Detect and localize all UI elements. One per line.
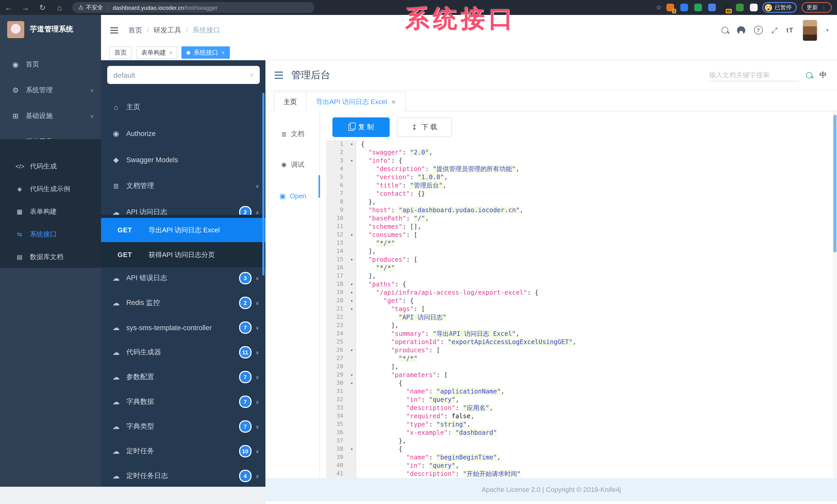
api-group-参数配置[interactable]: ☁参数配置7∨ — [101, 364, 265, 390]
language-icon[interactable]: 中 — [819, 71, 827, 80]
close-icon[interactable]: ✕ — [391, 92, 396, 112]
count-badge: 7 — [239, 420, 251, 433]
extension-icon[interactable] — [750, 4, 758, 11]
code-line: 7 "contact": {} — [326, 189, 833, 198]
api-group-Redis 监控[interactable]: ☁Redis 监控2∨ — [101, 290, 265, 316]
rail-item-文档[interactable]: ≣文档 — [265, 124, 320, 144]
rail-item-调试[interactable]: ✺调试 — [265, 154, 320, 175]
help-icon[interactable]: ? — [754, 26, 763, 35]
fullscreen-icon[interactable]: ⤢ — [771, 25, 778, 35]
api-group-sys-sms-template-controller[interactable]: ☁sys-sms-template-controller7∨ — [101, 315, 265, 340]
api-group-label: 代码生成器 — [126, 348, 161, 357]
doc-tab-主页[interactable]: 主页 — [274, 92, 307, 112]
security-label[interactable]: 不安全 — [86, 4, 103, 11]
code-line: 16 "*/*" — [326, 264, 833, 272]
address-bar[interactable]: ⚠ 不安全 | dashboard.yudao.iocoder.cn/tool/… — [72, 2, 315, 13]
sidebar-subitem-代码生成示例[interactable]: ◈代码生成示例 — [0, 178, 101, 200]
extension-icon[interactable]: 1 — [666, 4, 674, 11]
line-number: 16 — [326, 264, 348, 272]
api-item-Swagger Models[interactable]: ◆Swagger Models — [101, 147, 265, 172]
sidebar-subitem-数据库文档[interactable]: ▤数据库文档 — [0, 246, 101, 268]
api-group-定时任务[interactable]: ☁定时任务10∨ — [101, 438, 265, 464]
code-editor[interactable]: 1▾{2 "swagger": "2.0",3▾ "info": {4 "des… — [326, 140, 833, 478]
breadcrumb-home[interactable]: 首页 — [128, 25, 142, 35]
collapse-sidebar-icon[interactable] — [275, 75, 283, 76]
chevron-down-icon[interactable]: ▾ — [826, 27, 829, 33]
fold-icon[interactable]: ▾ — [348, 288, 356, 297]
sidebar-subitem-代码生成[interactable]: </>代码生成 — [0, 155, 101, 178]
user-avatar[interactable] — [802, 19, 817, 41]
doc-header: 管理后台 中 — [265, 60, 837, 91]
editor-scrollbar-thumb[interactable] — [833, 115, 836, 253]
api-group-label: 字典类型 — [126, 422, 154, 431]
fold-icon[interactable]: ▾ — [348, 379, 356, 387]
copy-label: 复 制 — [358, 123, 374, 132]
api-group-API 错误日志[interactable]: ☁API 错误日志3∨ — [101, 265, 265, 291]
tag-系统接口[interactable]: 系统接口× — [182, 46, 230, 59]
close-icon[interactable]: × — [169, 50, 173, 56]
font-size-icon[interactable]: tT — [786, 26, 794, 34]
operation-导出API 访问日志 Excel[interactable]: GET导出API 访问日志 Excel — [101, 218, 265, 242]
code-line: 28 ], — [326, 362, 833, 371]
fold-icon[interactable]: ▾ — [348, 371, 356, 379]
search-icon[interactable] — [721, 27, 728, 34]
tag-表单构建[interactable]: 表单构建× — [136, 46, 178, 59]
api-group-select[interactable]: default ∨ — [107, 66, 260, 84]
sidebar-subitem-系统接口[interactable]: ⇆系统接口 — [0, 223, 101, 246]
copy-button[interactable]: 复 制 — [333, 117, 390, 137]
extension-icon[interactable] — [694, 4, 702, 11]
hamburger-icon[interactable] — [110, 30, 118, 31]
operation-获得API 访问日志分页[interactable]: GET获得API 访问日志分页 — [101, 243, 265, 267]
back-icon[interactable]: ← — [0, 3, 17, 12]
fold-icon[interactable]: ▾ — [348, 445, 356, 453]
api-item-主页[interactable]: ⌂主页 — [101, 94, 265, 120]
fold-icon[interactable]: ▾ — [348, 346, 356, 354]
fold-icon[interactable]: ▾ — [348, 305, 356, 313]
doc-search-input[interactable] — [708, 69, 799, 81]
api-item-文档管理[interactable]: ≣文档管理∨ — [101, 173, 265, 199]
sidebar-item-首页[interactable]: ◉首页 — [0, 52, 101, 77]
menu-dots-icon[interactable]: ⋮ — [821, 4, 827, 11]
fold-icon[interactable]: ▾ — [348, 140, 356, 148]
close-icon[interactable]: × — [221, 50, 225, 56]
api-group-value: default — [113, 71, 135, 79]
extension-icon[interactable] — [708, 4, 716, 11]
api-group-字典数据[interactable]: ☁字典数据7∨ — [101, 389, 265, 415]
update-browser-button[interactable]: 更新 ⋮ — [801, 2, 832, 13]
api-group-字典类型[interactable]: ☁字典类型7∨ — [101, 414, 265, 440]
doc-search-icon[interactable] — [806, 72, 812, 78]
doc-tab-导出API 访问日志 Excel[interactable]: 导出API 访问日志 Excel✕ — [307, 92, 406, 112]
code-line: 27 "*/*" — [326, 354, 833, 362]
sidebar-item-系统管理[interactable]: ⚙系统管理∨ — [0, 77, 101, 103]
api-item-Authorize[interactable]: ◉Authorize — [101, 120, 265, 146]
fold-icon[interactable]: ▾ — [348, 256, 356, 264]
tag-首页[interactable]: 首页 — [109, 46, 132, 59]
breadcrumb-tools[interactable]: 研发工具 — [154, 25, 181, 35]
forward-icon[interactable]: → — [17, 3, 34, 12]
home-icon[interactable]: ⌂ — [51, 3, 68, 12]
editor-scrollbar[interactable] — [833, 111, 837, 478]
api-group-定时任务日志[interactable]: ☁定时任务日志4∨ — [101, 463, 265, 487]
fold-icon[interactable]: ▾ — [348, 280, 356, 288]
extension-icon[interactable]: 6h — [722, 4, 730, 11]
api-group-代码生成器[interactable]: ☁代码生成器11∨ — [101, 339, 265, 365]
extension-icon[interactable] — [680, 4, 688, 11]
download-button[interactable]: ↧ 下 载 — [397, 117, 452, 137]
reload-icon[interactable]: ↻ — [34, 3, 51, 12]
extension-icon[interactable] — [736, 4, 744, 11]
fold-icon[interactable]: ▾ — [348, 231, 356, 239]
fold-icon[interactable]: ▾ — [348, 156, 356, 165]
sidebar-scrollbar-thumb[interactable] — [262, 93, 264, 276]
translate-paused-button[interactable]: 已暂停 — [762, 2, 797, 13]
fold-icon[interactable]: ▾ — [348, 297, 356, 305]
sidebar-subitem-表单构建[interactable]: ▦表单构建 — [0, 200, 101, 223]
copy-icon — [348, 124, 354, 131]
sidebar-item-基础设施[interactable]: ⊞基础设施∨ — [0, 103, 101, 129]
github-icon[interactable] — [737, 26, 745, 34]
doc-main: 管理后台 中 主页导出API 访问日志 Excel✕ ≣文档✺调试▣Open 复… — [265, 60, 837, 504]
db-icon: ▤ — [16, 254, 24, 261]
code-line: 36 "x-example": "dashboard" — [326, 429, 833, 437]
sidebar-subitem-label: 数据库文档 — [30, 253, 64, 262]
rail-item-Open[interactable]: ▣Open — [265, 185, 320, 206]
bookmark-star-icon[interactable]: ☆ — [656, 4, 662, 11]
